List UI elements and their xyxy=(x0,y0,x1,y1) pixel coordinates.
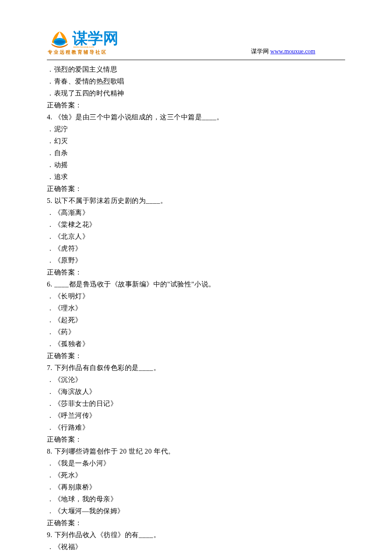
list-item: ．追求 xyxy=(47,171,345,183)
question-stem: 5. 以下不属于郭沫若历史剧的为____。 xyxy=(47,195,345,207)
list-item: ．《理水》 xyxy=(47,302,345,314)
answer-line: 正确答案： xyxy=(47,99,345,111)
logo-url-tiny: www.mouxue.com xyxy=(73,46,94,48)
list-item: ．《地球，我的母亲》 xyxy=(47,493,345,505)
page-header: 谋学网 www.mouxue.com 专业远程教育辅导社区 谋学网 www.mo… xyxy=(47,26,345,56)
logo-text: 谋学网 xyxy=(72,29,118,47)
list-item: ．《虎符》 xyxy=(47,243,345,254)
answer-line: 正确答案： xyxy=(47,434,345,445)
answer-line: 正确答案： xyxy=(47,517,345,529)
logo-tagline: 专业远程教育辅导社区 xyxy=(47,49,107,55)
list-item: ．《大堰河—我的保姆》 xyxy=(47,505,345,517)
question-stem: 6. ____都是鲁迅收于《故事新编》中的"试验性"小说。 xyxy=(47,278,345,290)
list-item: ．《故乡》 xyxy=(47,553,345,555)
list-item: ．《莎菲女士的日记》 xyxy=(47,398,345,410)
list-item: ．强烈的爱国主义情思 xyxy=(47,64,345,75)
question-stem: 9. 下列作品收入《彷徨》的有____。 xyxy=(47,529,345,541)
header-divider xyxy=(47,60,345,60)
list-item: ．幻灭 xyxy=(47,135,345,147)
document-content: ．强烈的爱国主义情思 ．青春、爱情的热烈歌唱 ．表现了五四的时代精神 正确答案：… xyxy=(47,64,345,555)
site-prefix: 谋学网 xyxy=(251,48,271,55)
site-logo: 谋学网 www.mouxue.com 专业远程教育辅导社区 xyxy=(47,26,141,55)
list-item: ．青春、爱情的热烈歌唱 xyxy=(47,75,345,87)
list-item: ．《祝福》 xyxy=(47,541,345,553)
page: 谋学网 www.mouxue.com 专业远程教育辅导社区 谋学网 www.mo… xyxy=(0,0,392,555)
list-item: ．泥泞 xyxy=(47,123,345,135)
list-item: ．《棠棣之花》 xyxy=(47,219,345,231)
question-stem: 8. 下列哪些诗篇创作于 20 世纪 20 年代。 xyxy=(47,445,345,457)
site-url-link[interactable]: www.mouxue.com xyxy=(270,48,315,55)
list-item: ．自杀 xyxy=(47,147,345,159)
answer-line: 正确答案： xyxy=(47,266,345,278)
list-item: ．《高渐离》 xyxy=(47,207,345,219)
list-item: ．《我是一条小河》 xyxy=(47,457,345,469)
list-item: ．《呼兰河传》 xyxy=(47,410,345,422)
logo-mark-icon xyxy=(51,32,68,48)
list-item: ．动摇 xyxy=(47,159,345,171)
question-stem: 4. 《蚀》是由三个中篇小说组成的，这三个中篇是____。 xyxy=(47,111,345,123)
list-item: ．《原野》 xyxy=(47,254,345,266)
list-item: ．《沉沦》 xyxy=(47,374,345,386)
list-item: ．《孤独者》 xyxy=(47,338,345,350)
list-item: ．表现了五四的时代精神 xyxy=(47,87,345,99)
question-stem: 7. 下列作品有自叙传色彩的是____。 xyxy=(47,362,345,374)
list-item: ．《死水》 xyxy=(47,469,345,481)
list-item: ．《长明灯》 xyxy=(47,290,345,302)
list-item: ．《行路难》 xyxy=(47,422,345,434)
list-item: ．《再别康桥》 xyxy=(47,481,345,493)
list-item: ．《北京人》 xyxy=(47,231,345,243)
header-site-label: 谋学网 www.mouxue.com xyxy=(251,48,315,55)
answer-line: 正确答案： xyxy=(47,183,345,195)
list-item: ．《药》 xyxy=(47,326,345,338)
answer-line: 正确答案： xyxy=(47,350,345,362)
list-item: ．《起死》 xyxy=(47,314,345,326)
list-item: ．《海滨故人》 xyxy=(47,386,345,398)
